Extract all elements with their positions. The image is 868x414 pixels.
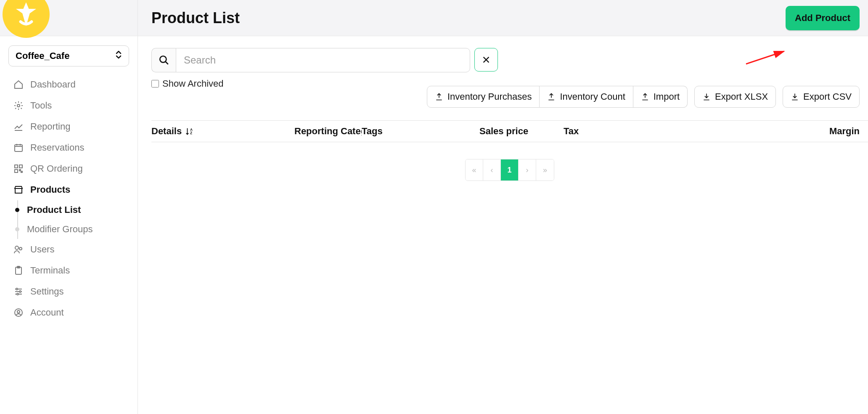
- page-prev-button[interactable]: ‹: [483, 159, 501, 180]
- sub-nav-products: Product List Modifier Groups: [19, 200, 129, 239]
- col-details[interactable]: Details AZ: [151, 126, 294, 137]
- logo-area: [0, 0, 138, 36]
- qr-icon: [13, 164, 24, 174]
- svg-rect-3: [19, 165, 22, 168]
- store-selector[interactable]: Coffee_Cafe: [8, 45, 129, 66]
- content: Show Archived Inventory Purchases Invent…: [138, 36, 868, 181]
- btn-label: Import: [654, 91, 680, 102]
- page-last-button[interactable]: »: [536, 159, 554, 180]
- btn-label: Inventory Count: [560, 91, 625, 102]
- show-archived-checkbox[interactable]: [151, 80, 159, 88]
- sidebar-item-label: Reporting: [30, 121, 70, 132]
- chart-icon: [13, 122, 24, 132]
- page-current[interactable]: 1: [501, 159, 519, 180]
- col-tax[interactable]: Tax: [564, 126, 631, 137]
- sidebar-item-settings[interactable]: Settings: [8, 281, 129, 302]
- page-first-button[interactable]: «: [466, 159, 483, 180]
- gear-icon: [13, 101, 24, 111]
- table-header: Details AZ Reporting Category Tags Sales…: [151, 120, 868, 142]
- close-icon: [482, 55, 491, 64]
- col-category[interactable]: Reporting Category: [294, 126, 362, 137]
- calendar-icon: [13, 143, 24, 153]
- home-icon: [13, 80, 24, 90]
- svg-point-13: [17, 310, 20, 313]
- store-icon: [13, 185, 24, 195]
- sidebar-item-label: Users: [30, 244, 54, 255]
- store-name: Coffee_Cafe: [16, 50, 69, 61]
- topbar: Product List Add Product: [138, 0, 868, 36]
- sidebar-item-dashboard[interactable]: Dashboard: [8, 74, 129, 95]
- sub-item-label: Product List: [27, 204, 81, 215]
- sidebar-item-qr-ordering[interactable]: QR Ordering: [8, 158, 129, 179]
- sub-item-product-list[interactable]: Product List: [19, 200, 129, 220]
- upload-icon: [547, 93, 556, 101]
- nav: Dashboard Tools Reporting Reservations Q…: [0, 74, 138, 323]
- export-xlsx-button[interactable]: Export XLSX: [694, 86, 776, 108]
- export-csv-button[interactable]: Export CSV: [783, 86, 860, 108]
- upload-icon: [641, 93, 649, 101]
- clipboard-icon: [13, 265, 24, 276]
- page-next-button[interactable]: ›: [519, 159, 536, 180]
- download-icon: [702, 93, 711, 101]
- brand-logo-icon: [11, 0, 41, 29]
- inventory-purchases-button[interactable]: Inventory Purchases: [427, 86, 540, 108]
- search-input[interactable]: [176, 48, 470, 72]
- sub-item-label: Modifier Groups: [27, 224, 93, 235]
- users-icon: [13, 244, 24, 255]
- inventory-count-button[interactable]: Inventory Count: [540, 86, 633, 108]
- svg-point-11: [17, 293, 19, 295]
- col-label: Tags: [362, 126, 383, 137]
- sidebar: Coffee_Cafe Dashboard Tools Reporting Re…: [0, 0, 138, 414]
- sidebar-item-label: Dashboard: [30, 79, 76, 90]
- svg-point-5: [15, 246, 19, 249]
- sidebar-item-label: Terminals: [30, 265, 70, 276]
- page-title: Product List: [151, 9, 240, 27]
- sidebar-item-products[interactable]: Products: [8, 179, 129, 200]
- show-archived-label: Show Archived: [162, 78, 224, 89]
- sort-az-icon: AZ: [185, 127, 194, 136]
- clear-search-button[interactable]: [474, 48, 498, 72]
- toolbar: Inventory Purchases Inventory Count Impo…: [151, 86, 868, 108]
- svg-text:Z: Z: [190, 131, 192, 135]
- sidebar-item-reporting[interactable]: Reporting: [8, 116, 129, 137]
- svg-rect-1: [15, 145, 22, 151]
- svg-rect-4: [15, 170, 18, 172]
- svg-point-0: [17, 104, 20, 107]
- sidebar-item-terminals[interactable]: Terminals: [8, 260, 129, 281]
- upload-icon: [435, 93, 443, 101]
- sidebar-item-label: Account: [30, 307, 64, 318]
- svg-point-9: [16, 288, 18, 290]
- sidebar-item-users[interactable]: Users: [8, 239, 129, 260]
- pagination: « ‹ 1 › »: [151, 159, 868, 181]
- col-label: Tax: [564, 126, 579, 137]
- col-label: Margin: [829, 126, 860, 137]
- dot-icon: [15, 208, 19, 212]
- col-label: Details: [151, 126, 182, 137]
- search-icon: [151, 48, 176, 72]
- svg-point-6: [19, 247, 22, 250]
- sub-item-modifier-groups[interactable]: Modifier Groups: [19, 220, 129, 239]
- col-margin[interactable]: Margin: [631, 126, 868, 137]
- col-label: Sales price: [479, 126, 528, 137]
- import-button[interactable]: Import: [633, 86, 688, 108]
- brand-logo: [3, 0, 50, 38]
- sidebar-item-label: Reservations: [30, 142, 84, 153]
- import-group: Inventory Purchases Inventory Count Impo…: [427, 86, 688, 108]
- dot-icon: [15, 227, 19, 231]
- sliders-icon: [13, 287, 24, 297]
- sidebar-item-label: Products: [30, 184, 70, 195]
- svg-rect-2: [15, 165, 18, 168]
- download-icon: [791, 93, 799, 101]
- main: Product List Add Product Show Archived: [138, 0, 868, 414]
- col-tags[interactable]: Tags: [362, 126, 479, 137]
- svg-point-10: [19, 291, 21, 292]
- sidebar-item-reservations[interactable]: Reservations: [8, 137, 129, 158]
- chevron-updown-icon: [115, 50, 122, 62]
- col-label: Reporting Category: [294, 126, 362, 137]
- add-product-button[interactable]: Add Product: [786, 6, 860, 30]
- btn-label: Inventory Purchases: [447, 91, 532, 102]
- col-price[interactable]: Sales price: [479, 126, 564, 137]
- sidebar-item-tools[interactable]: Tools: [8, 95, 129, 116]
- sidebar-item-account[interactable]: Account: [8, 302, 129, 323]
- sidebar-item-label: Settings: [30, 286, 64, 297]
